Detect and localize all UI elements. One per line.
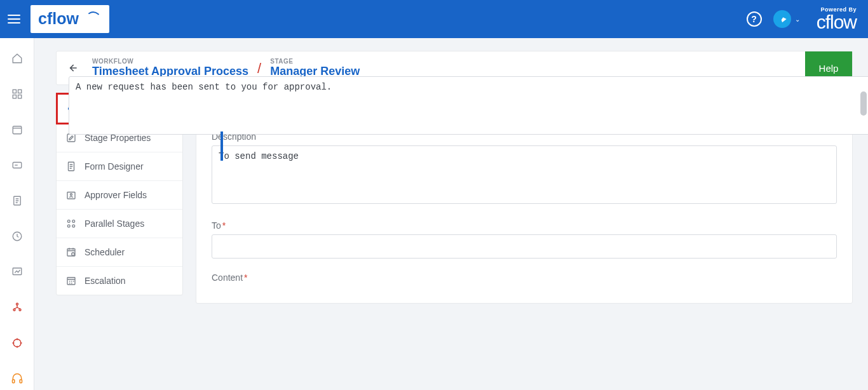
svg-point-22 <box>71 194 72 196</box>
app-logo[interactable]: cflow <box>31 5 109 33</box>
scrollbar-thumb[interactable] <box>860 91 867 116</box>
history-icon[interactable] <box>11 230 24 243</box>
topbar: cflow ? ⌄ Powered By cflow <box>0 0 868 38</box>
breadcrumb-stage-label: STAGE <box>270 58 360 65</box>
breadcrumb-workflow[interactable]: WORKFLOW Timesheet Approval Process <box>88 58 252 78</box>
sidemenu-item-label: Scheduler <box>85 247 125 257</box>
messenger-icon[interactable] <box>773 10 791 28</box>
sidemenu-item-parallel-stages[interactable]: Parallel Stages <box>57 210 182 238</box>
sidemenu-item-label: Escalation <box>85 276 126 286</box>
home-icon[interactable] <box>11 52 24 65</box>
to-label-text: To <box>212 220 221 231</box>
required-asterisk: * <box>222 220 226 231</box>
sms-config-form: Description To* Content* <box>196 118 853 304</box>
svg-point-13 <box>13 339 21 347</box>
sidemenu-item-form-designer[interactable]: Form Designer <box>57 152 182 181</box>
svg-rect-2 <box>18 90 21 93</box>
svg-rect-4 <box>18 95 21 98</box>
card-icon[interactable] <box>11 159 24 171</box>
help-icon[interactable]: ? <box>747 11 762 27</box>
scheduler-icon <box>65 246 77 258</box>
hamburger-menu-icon[interactable] <box>8 11 23 27</box>
form-icon <box>65 161 77 172</box>
calendar-icon[interactable] <box>11 123 24 136</box>
content-label-text: Content <box>212 272 243 283</box>
svg-rect-3 <box>13 95 16 98</box>
back-button[interactable] <box>57 62 88 74</box>
svg-rect-14 <box>12 380 14 383</box>
main-panel: SMS Configuration i Description To* Cont… <box>196 93 853 304</box>
svg-point-12 <box>19 309 21 311</box>
workflow-builder-icon[interactable] <box>11 301 24 314</box>
sidemenu-item-escalation[interactable]: Escalation <box>57 267 182 295</box>
breadcrumb-workflow-label: WORKFLOW <box>92 58 248 65</box>
content-label: Content* <box>212 272 837 283</box>
breadcrumb-stage[interactable]: STAGE Manager Review <box>266 58 363 78</box>
sidemenu-item-approver-fields[interactable]: Approver Fields <box>57 181 182 210</box>
svg-rect-5 <box>13 126 22 134</box>
target-icon[interactable] <box>11 337 24 349</box>
sidemenu-item-label: Form Designer <box>85 161 144 171</box>
svg-rect-1 <box>13 90 16 93</box>
sidemenu-item-label: Approver Fields <box>85 190 147 200</box>
breadcrumb-separator: / <box>252 54 266 77</box>
approver-icon <box>65 189 77 201</box>
notes-icon[interactable] <box>11 194 24 207</box>
sidemenu-item-label: Parallel Stages <box>85 219 144 229</box>
chevron-down-icon[interactable]: ⌄ <box>795 16 800 23</box>
support-headset-icon[interactable] <box>11 372 24 385</box>
svg-point-26 <box>72 225 75 227</box>
to-input[interactable] <box>212 234 837 259</box>
content-area: WORKFLOW Timesheet Approval Process / ST… <box>34 38 868 390</box>
dashboard-icon[interactable] <box>11 88 24 100</box>
svg-point-10 <box>16 303 18 305</box>
svg-point-24 <box>72 220 75 222</box>
active-menu-indicator <box>220 131 223 161</box>
svg-point-25 <box>67 225 70 227</box>
description-input[interactable] <box>212 145 837 204</box>
required-asterisk: * <box>244 272 247 283</box>
svg-point-11 <box>13 309 15 311</box>
analytics-icon[interactable] <box>11 266 24 278</box>
powered-by-brand: cflow <box>817 11 857 32</box>
svg-point-23 <box>67 220 70 222</box>
svg-rect-15 <box>20 380 22 383</box>
escalation-icon <box>65 275 77 286</box>
svg-text:cflow: cflow <box>38 10 79 27</box>
powered-by-logo: Powered By cflow <box>817 7 857 32</box>
sidemenu-item-scheduler[interactable]: Scheduler <box>57 238 182 267</box>
nav-rail <box>0 38 34 390</box>
parallel-icon <box>65 218 77 229</box>
content-input[interactable] <box>69 76 868 135</box>
to-label: To* <box>212 220 837 231</box>
svg-rect-19 <box>67 134 75 142</box>
svg-point-28 <box>72 253 75 256</box>
